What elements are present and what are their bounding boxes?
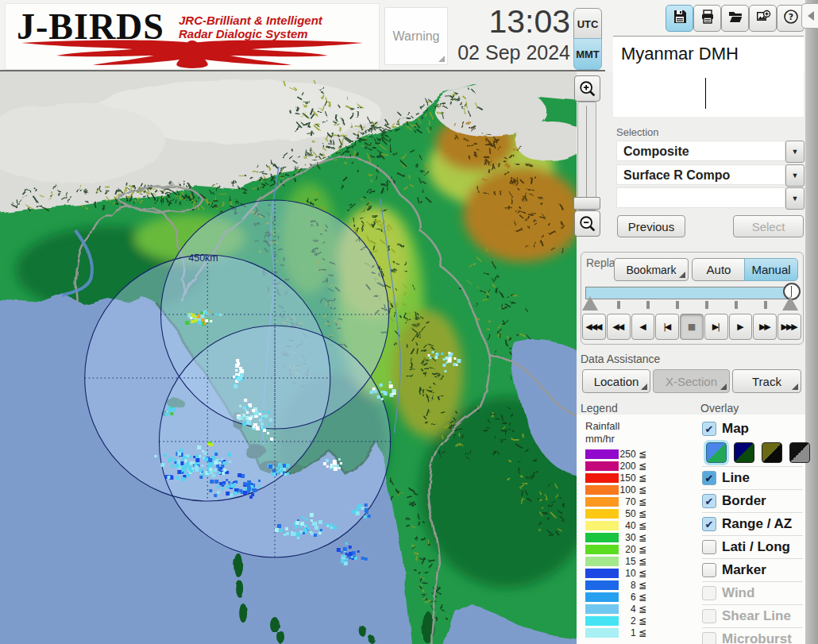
legend-value: 8 ≦ <box>612 580 646 591</box>
forward-triple-button[interactable]: ▶▶▶ <box>777 314 801 340</box>
overlay-row-wind: Wind <box>702 584 804 603</box>
step-back-button[interactable]: |◀ <box>655 314 679 340</box>
save-icon <box>672 9 688 28</box>
legend-label: Legend <box>581 402 618 415</box>
da-track-button[interactable]: Track <box>732 369 801 393</box>
checkbox-line[interactable]: ✔ <box>702 471 716 485</box>
checkbox-border[interactable]: ✔ <box>702 494 716 508</box>
overlay-item-label: Line <box>722 470 750 486</box>
overlay-separator <box>702 581 803 582</box>
map-style-blue-green-swatch[interactable] <box>706 442 727 463</box>
legend-value: 30 ≦ <box>612 532 646 543</box>
selection-label: Selection <box>616 126 658 138</box>
select-button: Select <box>733 215 804 237</box>
overlay-separator <box>702 604 803 605</box>
map-zoom-out-button[interactable] <box>574 210 600 237</box>
checkbox-range-az[interactable]: ✔ <box>702 517 716 531</box>
map-style-black-gray-swatch[interactable] <box>789 442 810 463</box>
overlay-item-label: Wind <box>722 585 754 601</box>
open-folder-button[interactable] <box>721 5 749 32</box>
step-forward-button[interactable]: ▶| <box>704 314 728 340</box>
zoom-in-icon <box>578 79 597 98</box>
auto-mode-button[interactable]: Auto <box>692 258 746 281</box>
checkbox-check-icon: ✔ <box>705 423 714 435</box>
overlay-row-range-az: ✔Range / AZ <box>702 515 804 534</box>
manual-mode-button[interactable]: Manual <box>744 258 798 281</box>
overlay-row-microburst: Microburst <box>702 630 804 644</box>
panel-resize-strip[interactable] <box>805 0 818 644</box>
open-folder-icon <box>727 9 743 28</box>
map-zoom-slider-track[interactable] <box>577 102 596 210</box>
add-image-button[interactable] <box>749 5 777 32</box>
replay-range-start-marker[interactable] <box>582 296 598 310</box>
checkbox-map[interactable]: ✔ <box>702 422 716 436</box>
eagle-logo-icon <box>15 39 369 69</box>
legend-value: 1 ≦ <box>612 627 646 638</box>
slider-tick <box>646 301 650 309</box>
play-button[interactable]: ▶ <box>729 314 753 340</box>
overlay-separator <box>702 512 803 513</box>
dropdown-extra[interactable] <box>616 187 785 208</box>
legend-title: Rainfall <box>585 420 619 432</box>
rewind-double-button[interactable]: ◀◀ <box>607 314 631 340</box>
legend-value: 40 ≦ <box>612 520 646 531</box>
warning-label: Warning <box>393 29 440 44</box>
dropdown-extra-arrow-icon[interactable]: ▼ <box>785 187 804 210</box>
print-button[interactable] <box>693 5 721 32</box>
overlay-row-shear-line: Shear Line <box>702 607 804 626</box>
rewind-triple-button[interactable]: ◀◀◀ <box>582 314 606 340</box>
legend-value: 2 ≦ <box>612 615 646 627</box>
play-reverse-button[interactable]: ◀ <box>631 314 655 340</box>
radar-map[interactable]: 450km <box>0 71 577 644</box>
overlay-separator <box>702 627 803 628</box>
timezone-mmt-button[interactable]: MMT <box>573 38 602 70</box>
da-location-button[interactable]: Location <box>582 369 650 393</box>
overlay-row-lati-long: Lati / Long <box>702 538 804 557</box>
previous-button[interactable]: Previous <box>617 215 685 237</box>
print-icon <box>700 9 716 28</box>
slider-tick <box>617 301 620 309</box>
overlay-row-map: ✔Map <box>702 419 804 438</box>
forward-double-button[interactable]: ▶▶ <box>753 314 777 340</box>
help-button[interactable]: ? <box>777 5 804 32</box>
bookmark-button[interactable]: Bookmark <box>614 258 689 281</box>
panel-collapse-tab[interactable] <box>801 3 818 29</box>
clock-date: 02 Sep 2024 <box>435 41 570 64</box>
overlay-row-line: ✔Line <box>702 469 804 488</box>
timezone-utc-button[interactable]: UTC <box>573 8 602 40</box>
slider-tick <box>764 301 767 309</box>
dropdown-category[interactable]: Composite <box>616 141 785 161</box>
map-zoom-slider-thumb[interactable] <box>573 197 600 210</box>
terrain-map-image: 450km <box>0 71 577 644</box>
jbirds-app: { "header": { "logo": {"title":"J-BIRDS"… <box>0 0 818 644</box>
text-cursor <box>705 78 706 109</box>
checkbox-check-icon: ✔ <box>705 496 714 507</box>
dropdown-product[interactable]: Surface R Compo <box>616 164 785 185</box>
legend-value: 70 ≦ <box>612 496 646 507</box>
legend-value: 15 ≦ <box>612 556 646 567</box>
legend-value: 250 ≦ <box>612 449 646 460</box>
map-style-navy-darkgreen-swatch[interactable] <box>734 442 754 463</box>
replay-slider-track[interactable] <box>585 287 797 299</box>
overlay-item-label: Lati / Long <box>722 539 790 555</box>
map-style-olive-black-swatch[interactable] <box>762 442 782 463</box>
svg-text:?: ? <box>788 12 793 22</box>
checkbox-marker[interactable] <box>702 563 716 577</box>
checkbox-lati-long[interactable] <box>702 540 716 554</box>
overlay-item-label: Marker <box>722 562 766 578</box>
checkbox-check-icon: ✔ <box>705 472 714 484</box>
save-button[interactable] <box>666 5 693 32</box>
legend-units: mm/hr <box>585 433 615 445</box>
dropdown-product-arrow-icon[interactable]: ▼ <box>785 164 804 187</box>
dropdown-category-arrow-icon[interactable]: ▼ <box>785 141 804 163</box>
map-zoom-in-button[interactable] <box>574 75 600 102</box>
replay-range-end-marker[interactable] <box>782 296 798 310</box>
slider-tick <box>676 301 679 309</box>
legend-value: 150 ≦ <box>612 472 646 484</box>
chevron-left-icon <box>808 11 814 21</box>
overlay-row-border: ✔Border <box>702 492 804 511</box>
stop-button[interactable]: ■ <box>680 314 704 340</box>
clock-time: 13:03 <box>445 3 570 40</box>
zoom-out-icon <box>578 214 597 233</box>
station-name: Myanmar DMH <box>621 44 739 64</box>
